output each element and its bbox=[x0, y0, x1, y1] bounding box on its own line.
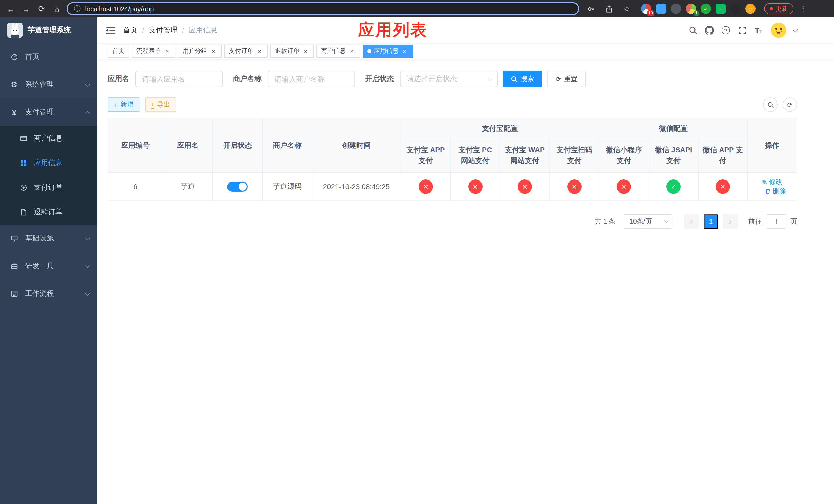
profile-avatar-icon[interactable]: ☺ bbox=[745, 4, 755, 14]
add-button[interactable]: + 新增 bbox=[108, 97, 140, 112]
col-group-alipay: 支付宝配置 bbox=[401, 118, 599, 138]
config-status-cell: ✕ bbox=[698, 173, 747, 201]
browser-toolbar-right: ☆ 10 1 ✓ ≡ ☺ 更新 ⋮ bbox=[584, 2, 808, 15]
refresh-icon: ⟳ bbox=[555, 76, 561, 82]
tab-merchant-info[interactable]: 商户信息× bbox=[316, 44, 360, 58]
sidebar-item-payment-order[interactable]: 支付订单 bbox=[0, 175, 97, 200]
reset-button[interactable]: ⟳ 重置 bbox=[547, 71, 586, 87]
page-number-1[interactable]: 1 bbox=[704, 214, 718, 229]
close-icon[interactable]: × bbox=[401, 47, 408, 54]
sidebar-item-home[interactable]: 首页 bbox=[0, 43, 97, 71]
cell-created: 2021-10-23 08:49:25 bbox=[312, 173, 401, 201]
bookmark-star-icon[interactable]: ☆ bbox=[620, 2, 633, 15]
search-button[interactable]: 搜索 bbox=[503, 71, 542, 87]
breadcrumb-separator: / bbox=[142, 26, 144, 35]
extension-icon-2[interactable] bbox=[656, 4, 666, 14]
breadcrumb-payment[interactable]: 支付管理 bbox=[149, 26, 177, 35]
chevron-down-icon bbox=[85, 235, 90, 240]
edit-link[interactable]: ✎ 修改 bbox=[762, 177, 783, 187]
delete-link[interactable]: 删除 bbox=[765, 187, 786, 196]
menu-label: 基础设施 bbox=[25, 234, 54, 243]
document-icon bbox=[19, 209, 28, 216]
search-icon[interactable] bbox=[687, 24, 699, 37]
grid-icon bbox=[19, 159, 28, 167]
tab-process-form[interactable]: 流程表单× bbox=[132, 44, 175, 58]
extension-icon-6[interactable]: ≡ bbox=[716, 4, 726, 14]
help-icon[interactable]: ? bbox=[720, 24, 732, 37]
app-name-input[interactable] bbox=[135, 71, 223, 87]
menu-label: 支付管理 bbox=[25, 108, 54, 117]
goto-page-input[interactable] bbox=[766, 214, 786, 229]
sidebar-item-app-info[interactable]: 应用信息 bbox=[0, 151, 97, 175]
sidebar-item-system-management[interactable]: ⚙ 系统管理 bbox=[0, 71, 97, 98]
pagination-total: 共 1 条 bbox=[595, 217, 615, 226]
extension-icon-7[interactable] bbox=[730, 4, 741, 14]
site-info-icon[interactable]: ⓘ bbox=[74, 4, 81, 13]
tab-app-info[interactable]: 应用信息× bbox=[363, 44, 413, 58]
status-toggle[interactable] bbox=[227, 182, 248, 192]
prev-page-button[interactable]: ‹ bbox=[684, 214, 699, 229]
browser-extensions: 10 1 ✓ ≡ ☺ bbox=[641, 4, 755, 14]
cell-app-name: 芋道 bbox=[163, 173, 213, 201]
sidebar-item-payment-management[interactable]: ¥ 支付管理 bbox=[0, 98, 97, 126]
app-logo[interactable]: 芋道管理系统 bbox=[0, 18, 97, 43]
back-icon[interactable]: ← bbox=[4, 2, 18, 15]
tab-user-group[interactable]: 用户分组× bbox=[178, 44, 222, 58]
extension-icon-1[interactable]: 10 bbox=[641, 4, 652, 14]
tab-home[interactable]: 首页 bbox=[108, 44, 129, 58]
sidebar-item-infrastructure[interactable]: 基础设施 bbox=[0, 225, 97, 252]
share-icon[interactable] bbox=[602, 2, 615, 15]
actions-cell: ✎ 修改 删除 bbox=[748, 173, 797, 201]
close-icon[interactable]: × bbox=[256, 47, 263, 54]
close-icon[interactable]: × bbox=[163, 47, 171, 54]
export-button[interactable]: ↓ 导出 bbox=[145, 97, 176, 112]
fullscreen-icon[interactable] bbox=[736, 24, 748, 37]
update-dot bbox=[770, 7, 773, 10]
user-dropdown-caret-icon[interactable] bbox=[793, 27, 798, 32]
cell-app-id: 6 bbox=[108, 173, 163, 201]
dashboard-icon bbox=[10, 53, 19, 61]
toggle-search-button[interactable] bbox=[763, 97, 777, 112]
user-avatar[interactable] bbox=[771, 23, 786, 38]
sidebar-item-dev-tools[interactable]: 研发工具 bbox=[0, 252, 97, 280]
config-status-cell: ✕ bbox=[451, 173, 500, 201]
close-icon[interactable]: × bbox=[348, 47, 355, 54]
font-size-icon[interactable]: TT bbox=[752, 24, 765, 37]
menu-label: 应用信息 bbox=[34, 158, 63, 168]
browser-menu-icon[interactable]: ⋮ bbox=[798, 4, 808, 13]
cross-status-icon: ✕ bbox=[617, 180, 631, 194]
sidebar-item-workflow[interactable]: 工作流程 bbox=[0, 280, 97, 307]
extension-icon-3[interactable] bbox=[671, 4, 681, 14]
close-icon[interactable]: × bbox=[210, 47, 217, 54]
home-icon[interactable]: ⌂ bbox=[50, 2, 64, 15]
reload-icon[interactable]: ⟳ bbox=[35, 2, 48, 15]
gear-icon: ⚙ bbox=[10, 80, 19, 89]
sidebar-collapse-icon[interactable] bbox=[97, 18, 123, 43]
status-select[interactable]: 请选择开启状态 bbox=[400, 71, 498, 87]
merchant-name-input[interactable] bbox=[268, 71, 355, 87]
sidebar-item-merchant-info[interactable]: 商户信息 bbox=[0, 126, 97, 151]
sidebar-menu: 首页 ⚙ 系统管理 ¥ 支付管理 商户信息 bbox=[0, 43, 97, 307]
github-icon[interactable] bbox=[703, 24, 716, 37]
password-key-icon[interactable] bbox=[584, 2, 597, 15]
breadcrumb-home[interactable]: 首页 bbox=[123, 26, 137, 35]
browser-update-button[interactable]: 更新 bbox=[764, 3, 793, 14]
next-page-button[interactable]: › bbox=[723, 214, 738, 229]
tab-refund-order[interactable]: 退款订单× bbox=[270, 44, 314, 58]
refresh-table-button[interactable]: ⟳ bbox=[783, 97, 797, 112]
forward-icon[interactable]: → bbox=[20, 2, 33, 15]
page-size-select[interactable]: 10条/页 bbox=[624, 214, 673, 229]
url-bar[interactable]: ⓘ localhost:1024/pay/app bbox=[67, 2, 579, 15]
browser-nav-buttons: ← → ⟳ ⌂ bbox=[4, 2, 64, 15]
col-merchant: 商户名称 bbox=[263, 118, 312, 173]
menu-label: 支付订单 bbox=[34, 183, 63, 192]
config-status-cell: ✕ bbox=[401, 173, 451, 201]
logo-avatar bbox=[7, 23, 23, 38]
extension-icon-4[interactable]: 1 bbox=[686, 4, 696, 14]
tab-payment-order[interactable]: 支付订单× bbox=[224, 44, 268, 58]
table-toolbar: + 新增 ↓ 导出 ⟳ bbox=[108, 97, 797, 112]
plus-icon: + bbox=[114, 101, 118, 108]
close-icon[interactable]: × bbox=[302, 47, 309, 54]
extension-icon-5[interactable]: ✓ bbox=[701, 4, 711, 14]
sidebar-item-refund-order[interactable]: 退款订单 bbox=[0, 200, 97, 225]
